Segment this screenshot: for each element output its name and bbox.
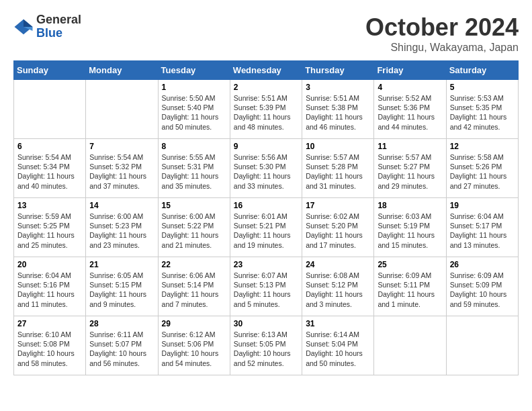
day-number: 19 [450,201,515,210]
day-detail: Sunrise: 5:58 AM Sunset: 5:26 PM Dayligh… [450,152,515,191]
day-number: 21 [89,260,154,269]
calendar-table: Sunday Monday Tuesday Wednesday Thursday… [13,60,519,375]
day-detail: Sunrise: 6:08 AM Sunset: 5:12 PM Dayligh… [306,271,370,309]
day-number: 22 [162,260,226,269]
day-number: 11 [378,142,442,151]
logo: General Blue [13,13,81,40]
day-number: 3 [306,83,370,92]
day-detail: Sunrise: 5:57 AM Sunset: 5:28 PM Dayligh… [306,152,370,191]
day-number: 31 [306,319,370,328]
day-detail: Sunrise: 6:01 AM Sunset: 5:21 PM Dayligh… [234,212,298,250]
day-detail: Sunrise: 5:55 AM Sunset: 5:31 PM Dayligh… [162,152,226,191]
day-detail: Sunrise: 6:10 AM Sunset: 5:08 PM Dayligh… [17,330,82,368]
day-number: 8 [162,142,226,151]
day-cell: 6Sunrise: 5:54 AM Sunset: 5:34 PM Daylig… [14,139,86,198]
day-detail: Sunrise: 5:54 AM Sunset: 5:34 PM Dayligh… [17,152,82,191]
day-detail: Sunrise: 5:53 AM Sunset: 5:35 PM Dayligh… [450,93,515,132]
day-detail: Sunrise: 5:50 AM Sunset: 5:40 PM Dayligh… [162,93,226,132]
day-number: 20 [17,260,82,269]
day-number: 30 [234,319,298,328]
day-detail: Sunrise: 5:51 AM Sunset: 5:39 PM Dayligh… [234,93,298,132]
day-cell: 5Sunrise: 5:53 AM Sunset: 5:35 PM Daylig… [446,80,518,139]
week-row-2: 6Sunrise: 5:54 AM Sunset: 5:34 PM Daylig… [14,139,519,198]
day-number: 9 [234,142,298,151]
day-number: 10 [306,142,370,151]
day-cell: 14Sunrise: 6:00 AM Sunset: 5:23 PM Dayli… [86,198,158,257]
day-cell: 25Sunrise: 6:09 AM Sunset: 5:11 PM Dayli… [374,257,446,316]
day-cell: 11Sunrise: 5:57 AM Sunset: 5:27 PM Dayli… [374,139,446,198]
location-subtitle: Shingu, Wakayama, Japan [365,42,519,54]
day-number: 1 [162,83,226,92]
day-detail: Sunrise: 6:03 AM Sunset: 5:19 PM Dayligh… [378,212,442,250]
weekday-header-row: Sunday Monday Tuesday Wednesday Thursday… [14,61,519,80]
header-friday: Friday [374,61,446,80]
day-cell: 27Sunrise: 6:10 AM Sunset: 5:08 PM Dayli… [14,316,86,375]
day-detail: Sunrise: 6:04 AM Sunset: 5:16 PM Dayligh… [17,271,82,309]
day-number: 17 [306,201,370,210]
day-cell: 1Sunrise: 5:50 AM Sunset: 5:40 PM Daylig… [158,80,230,139]
logo-icon [13,17,34,37]
day-cell [86,80,158,139]
day-detail: Sunrise: 6:11 AM Sunset: 5:07 PM Dayligh… [89,330,154,368]
day-number: 12 [450,142,515,151]
day-detail: Sunrise: 5:51 AM Sunset: 5:38 PM Dayligh… [306,93,370,132]
day-detail: Sunrise: 6:12 AM Sunset: 5:06 PM Dayligh… [162,330,226,368]
header-sunday: Sunday [14,61,86,80]
day-number: 2 [234,83,298,92]
title-block: October 2024 Shingu, Wakayama, Japan [365,13,519,54]
day-detail: Sunrise: 6:02 AM Sunset: 5:20 PM Dayligh… [306,212,370,250]
day-detail: Sunrise: 6:00 AM Sunset: 5:23 PM Dayligh… [89,212,154,250]
day-cell: 8Sunrise: 5:55 AM Sunset: 5:31 PM Daylig… [158,139,230,198]
day-detail: Sunrise: 6:13 AM Sunset: 5:05 PM Dayligh… [234,330,298,368]
logo-text: General Blue [36,13,81,40]
day-number: 24 [306,260,370,269]
day-cell: 10Sunrise: 5:57 AM Sunset: 5:28 PM Dayli… [302,139,374,198]
day-detail: Sunrise: 5:54 AM Sunset: 5:32 PM Dayligh… [89,152,154,191]
header-thursday: Thursday [302,61,374,80]
day-cell: 16Sunrise: 6:01 AM Sunset: 5:21 PM Dayli… [230,198,302,257]
header-monday: Monday [86,61,158,80]
svg-marker-1 [24,19,33,27]
day-number: 15 [162,201,226,210]
page-header: General Blue October 2024 Shingu, Wakaya… [13,13,519,54]
day-number: 4 [378,83,442,92]
day-detail: Sunrise: 5:52 AM Sunset: 5:36 PM Dayligh… [378,93,442,132]
day-cell [374,316,446,375]
day-cell: 4Sunrise: 5:52 AM Sunset: 5:36 PM Daylig… [374,80,446,139]
day-number: 29 [162,319,226,328]
day-detail: Sunrise: 6:14 AM Sunset: 5:04 PM Dayligh… [306,330,370,368]
day-cell: 22Sunrise: 6:06 AM Sunset: 5:14 PM Dayli… [158,257,230,316]
day-cell: 19Sunrise: 6:04 AM Sunset: 5:17 PM Dayli… [446,198,518,257]
day-detail: Sunrise: 5:56 AM Sunset: 5:30 PM Dayligh… [234,152,298,191]
day-detail: Sunrise: 6:05 AM Sunset: 5:15 PM Dayligh… [89,271,154,309]
day-number: 14 [89,201,154,210]
day-detail: Sunrise: 6:07 AM Sunset: 5:13 PM Dayligh… [234,271,298,309]
day-cell: 26Sunrise: 6:09 AM Sunset: 5:09 PM Dayli… [446,257,518,316]
day-number: 13 [17,201,82,210]
day-number: 6 [17,142,82,151]
day-detail: Sunrise: 6:06 AM Sunset: 5:14 PM Dayligh… [162,271,226,309]
day-cell: 15Sunrise: 6:00 AM Sunset: 5:22 PM Dayli… [158,198,230,257]
day-cell: 13Sunrise: 5:59 AM Sunset: 5:25 PM Dayli… [14,198,86,257]
day-cell: 2Sunrise: 5:51 AM Sunset: 5:39 PM Daylig… [230,80,302,139]
week-row-1: 1Sunrise: 5:50 AM Sunset: 5:40 PM Daylig… [14,80,519,139]
week-row-3: 13Sunrise: 5:59 AM Sunset: 5:25 PM Dayli… [14,198,519,257]
day-cell: 24Sunrise: 6:08 AM Sunset: 5:12 PM Dayli… [302,257,374,316]
day-cell: 12Sunrise: 5:58 AM Sunset: 5:26 PM Dayli… [446,139,518,198]
day-number: 5 [450,83,515,92]
day-cell: 17Sunrise: 6:02 AM Sunset: 5:20 PM Dayli… [302,198,374,257]
day-number: 25 [378,260,442,269]
day-cell: 7Sunrise: 5:54 AM Sunset: 5:32 PM Daylig… [86,139,158,198]
day-cell: 23Sunrise: 6:07 AM Sunset: 5:13 PM Dayli… [230,257,302,316]
month-title: October 2024 [365,13,519,42]
day-cell: 21Sunrise: 6:05 AM Sunset: 5:15 PM Dayli… [86,257,158,316]
day-detail: Sunrise: 6:09 AM Sunset: 5:11 PM Dayligh… [378,271,442,309]
day-number: 7 [89,142,154,151]
day-cell: 20Sunrise: 6:04 AM Sunset: 5:16 PM Dayli… [14,257,86,316]
day-cell: 28Sunrise: 6:11 AM Sunset: 5:07 PM Dayli… [86,316,158,375]
header-wednesday: Wednesday [230,61,302,80]
day-cell: 29Sunrise: 6:12 AM Sunset: 5:06 PM Dayli… [158,316,230,375]
day-cell: 18Sunrise: 6:03 AM Sunset: 5:19 PM Dayli… [374,198,446,257]
header-tuesday: Tuesday [158,61,230,80]
day-number: 16 [234,201,298,210]
